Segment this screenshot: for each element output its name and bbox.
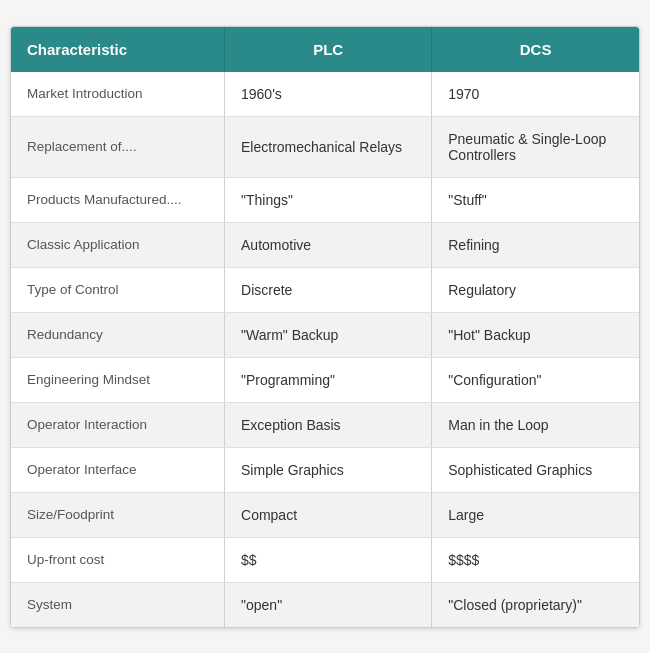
cell-plc: "Things" [225, 177, 432, 222]
table-row: Classic ApplicationAutomotiveRefining [11, 222, 639, 267]
cell-characteristic: Replacement of.... [11, 116, 225, 177]
cell-characteristic: Engineering Mindset [11, 357, 225, 402]
cell-characteristic: Type of Control [11, 267, 225, 312]
cell-plc: Exception Basis [225, 402, 432, 447]
cell-plc: Automotive [225, 222, 432, 267]
table-header-row: Characteristic PLC DCS [11, 27, 639, 72]
cell-dcs: $$$$ [432, 537, 639, 582]
comparison-table: Characteristic PLC DCS Market Introducti… [11, 27, 639, 627]
cell-plc: Compact [225, 492, 432, 537]
cell-characteristic: Products Manufactured.... [11, 177, 225, 222]
cell-dcs: 1970 [432, 72, 639, 117]
cell-dcs: Large [432, 492, 639, 537]
table-row: Replacement of....Electromechanical Rela… [11, 116, 639, 177]
table-row: System"open""Closed (proprietary)" [11, 582, 639, 627]
cell-characteristic: Operator Interface [11, 447, 225, 492]
cell-plc: Simple Graphics [225, 447, 432, 492]
table-row: Products Manufactured...."Things""Stuff" [11, 177, 639, 222]
cell-characteristic: System [11, 582, 225, 627]
cell-characteristic: Redundancy [11, 312, 225, 357]
cell-dcs: "Closed (proprietary)" [432, 582, 639, 627]
cell-dcs: "Hot" Backup [432, 312, 639, 357]
header-plc: PLC [225, 27, 432, 72]
table-row: Up-front cost$$$$$$ [11, 537, 639, 582]
cell-dcs: Sophisticated Graphics [432, 447, 639, 492]
cell-characteristic: Size/Foodprint [11, 492, 225, 537]
cell-dcs: "Configuration" [432, 357, 639, 402]
cell-plc: Electromechanical Relays [225, 116, 432, 177]
cell-plc: "Programming" [225, 357, 432, 402]
cell-plc: Discrete [225, 267, 432, 312]
header-characteristic: Characteristic [11, 27, 225, 72]
table-row: Market Introduction1960's1970 [11, 72, 639, 117]
cell-plc: "open" [225, 582, 432, 627]
cell-dcs: Refining [432, 222, 639, 267]
cell-characteristic: Up-front cost [11, 537, 225, 582]
cell-characteristic: Operator Interaction [11, 402, 225, 447]
cell-plc: "Warm" Backup [225, 312, 432, 357]
comparison-table-container: Characteristic PLC DCS Market Introducti… [10, 26, 640, 628]
header-dcs: DCS [432, 27, 639, 72]
cell-dcs: Man in the Loop [432, 402, 639, 447]
cell-dcs: Regulatory [432, 267, 639, 312]
table-row: Size/FoodprintCompactLarge [11, 492, 639, 537]
cell-characteristic: Classic Application [11, 222, 225, 267]
cell-characteristic: Market Introduction [11, 72, 225, 117]
cell-plc: $$ [225, 537, 432, 582]
table-row: Operator InteractionException BasisMan i… [11, 402, 639, 447]
cell-dcs: Pneumatic & Single-Loop Controllers [432, 116, 639, 177]
table-row: Type of ControlDiscreteRegulatory [11, 267, 639, 312]
cell-dcs: "Stuff" [432, 177, 639, 222]
table-row: Redundancy"Warm" Backup"Hot" Backup [11, 312, 639, 357]
cell-plc: 1960's [225, 72, 432, 117]
table-row: Engineering Mindset"Programming""Configu… [11, 357, 639, 402]
table-row: Operator InterfaceSimple GraphicsSophist… [11, 447, 639, 492]
